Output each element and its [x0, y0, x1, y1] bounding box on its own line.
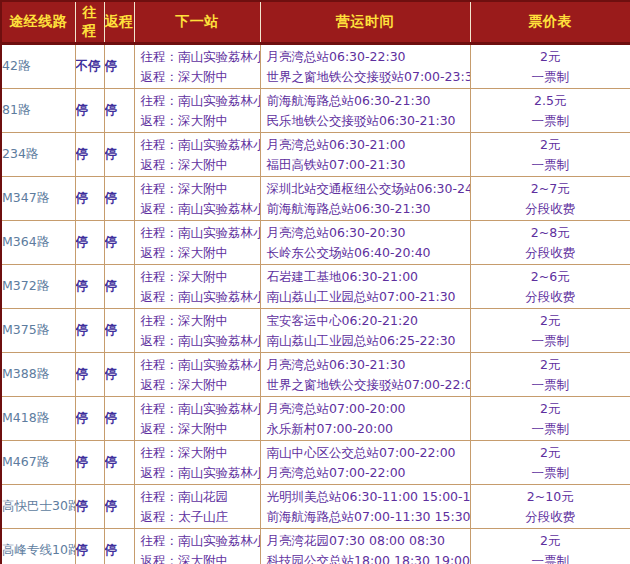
fare-amount: 2元 — [471, 399, 630, 419]
next-stop-return: 返程：南山实验荔林小学 — [135, 287, 260, 307]
operating-hours-cell: 深圳北站交通枢纽公交场站06:30-24:00前海航海路总站06:30-21:3… — [260, 177, 470, 221]
fare-type: 分段收费 — [471, 507, 630, 527]
operating-hours-line-2: 世界之窗地铁公交接驳站07:00-23:30 — [261, 67, 470, 87]
fare-type: 一票制 — [471, 375, 630, 395]
operating-hours-cell: 月亮湾总站06:30-20:30长岭东公交场站06:40-20:40 — [260, 221, 470, 265]
next-stop-outbound: 往程：南山花园 — [135, 487, 260, 507]
next-stop-cell: 往程：南山实验荔林小学返程：深大附中 — [134, 397, 260, 441]
fare-cell: 2元一票制 — [470, 441, 630, 485]
operating-hours-cell: 前海航海路总站06:30-21:30民乐地铁公交接驳站06:30-21:30 — [260, 89, 470, 133]
operating-hours-cell: 月亮湾总站07:00-20:00永乐新村07:00-20:00 — [260, 397, 470, 441]
fare-cell: 2元一票制 — [470, 44, 630, 89]
next-stop-cell: 往程：南山实验荔林小学返程：深大附中 — [134, 353, 260, 397]
fare-cell: 2~10元分段收费 — [470, 485, 630, 529]
fare-type: 一票制 — [471, 331, 630, 351]
fare-cell: 2元一票制 — [470, 309, 630, 353]
fare-amount: 2~10元 — [471, 487, 630, 507]
bus-route-table: 途经线路 往程 返程 下一站 营运时间 票价表 42路不停停往程：南山实验荔林小… — [0, 0, 630, 564]
next-stop-cell: 往程：南山实验荔林小学返程：深大附中 — [134, 89, 260, 133]
fare-amount: 2元 — [471, 355, 630, 375]
next-stop-return: 返程：深大附中 — [135, 551, 260, 564]
operating-hours-line-1: 石岩建工基地06:30-21:00 — [261, 267, 470, 287]
fare-cell: 2元一票制 — [470, 133, 630, 177]
outbound-status: 停 — [75, 529, 104, 564]
route-name: 高峰专线10路 — [1, 529, 75, 564]
table-row: M347路停停往程：深大附中返程：南山实验荔林小学深圳北站交通枢纽公交场站06:… — [1, 177, 630, 221]
operating-hours-line-1: 月亮湾总站06:30-22:30 — [261, 47, 470, 67]
operating-hours-cell: 石岩建工基地06:30-21:00南山荔山工业园总站07:00-21:30 — [260, 265, 470, 309]
next-stop-cell: 往程：南山实验荔林小学返程：深大附中 — [134, 44, 260, 89]
operating-hours-line-2: 前海航海路总站07:00-11:30 15:30-20:00 — [261, 507, 470, 527]
outbound-status: 停 — [75, 265, 104, 309]
return-status: 停 — [104, 44, 134, 89]
fare-amount: 2元 — [471, 311, 630, 331]
route-name: M388路 — [1, 353, 75, 397]
fare-amount: 2元 — [471, 135, 630, 155]
next-stop-outbound: 往程：深大附中 — [135, 311, 260, 331]
fare-cell: 2元一票制 — [470, 397, 630, 441]
outbound-status: 停 — [75, 397, 104, 441]
operating-hours-line-2: 民乐地铁公交接驳站06:30-21:30 — [261, 111, 470, 131]
operating-hours-line-2: 科技园公交总站18:00 18:30 19:00 — [261, 551, 470, 564]
col-header-route: 途经线路 — [1, 1, 75, 44]
return-status: 停 — [104, 529, 134, 564]
operating-hours-cell: 光明圳美总站06:30-11:00 15:00-19:30前海航海路总站07:0… — [260, 485, 470, 529]
next-stop-return: 返程：深大附中 — [135, 243, 260, 263]
next-stop-cell: 往程：南山实验荔林小学返程：深大附中 — [134, 133, 260, 177]
table-row: 234路停停往程：南山实验荔林小学返程：深大附中月亮湾总站06:30-21:00… — [1, 133, 630, 177]
outbound-status: 停 — [75, 177, 104, 221]
operating-hours-line-1: 光明圳美总站06:30-11:00 15:00-19:30 — [261, 487, 470, 507]
route-name: M375路 — [1, 309, 75, 353]
table-row: 高峰专线10路停停往程：南山实验荔林小学返程：深大附中月亮湾花园07:30 08… — [1, 529, 630, 564]
fare-cell: 2元一票制 — [470, 529, 630, 564]
operating-hours-line-1: 深圳北站交通枢纽公交场站06:30-24:00 — [261, 179, 470, 199]
next-stop-outbound: 往程：南山实验荔林小学 — [135, 47, 260, 67]
fare-type: 一票制 — [471, 67, 630, 87]
fare-amount: 2~7元 — [471, 179, 630, 199]
return-status: 停 — [104, 309, 134, 353]
operating-hours-line-1: 月亮湾总站06:30-21:30 — [261, 355, 470, 375]
next-stop-cell: 往程：深大附中返程：南山实验荔林小学 — [134, 177, 260, 221]
table-row: M375路停停往程：深大附中返程：南山实验荔林小学宝安客运中心06:20-21:… — [1, 309, 630, 353]
fare-cell: 2~7元分段收费 — [470, 177, 630, 221]
operating-hours-line-1: 月亮湾总站06:30-21:00 — [261, 135, 470, 155]
route-name: M372路 — [1, 265, 75, 309]
fare-type: 分段收费 — [471, 287, 630, 307]
next-stop-outbound: 往程：南山实验荔林小学 — [135, 223, 260, 243]
next-stop-return: 返程：太子山庄 — [135, 507, 260, 527]
fare-amount: 2元 — [471, 443, 630, 463]
table-row: M364路停停往程：南山实验荔林小学返程：深大附中月亮湾总站06:30-20:3… — [1, 221, 630, 265]
operating-hours-line-1: 南山中心区公交总站07:00-22:00 — [261, 443, 470, 463]
return-status: 停 — [104, 221, 134, 265]
operating-hours-line-1: 月亮湾花园07:30 08:00 08:30 — [261, 531, 470, 551]
operating-hours-line-2: 南山荔山工业园总站07:00-21:30 — [261, 287, 470, 307]
next-stop-outbound: 往程：南山实验荔林小学 — [135, 399, 260, 419]
return-status: 停 — [104, 353, 134, 397]
col-header-operating-hours: 营运时间 — [260, 1, 470, 44]
operating-hours-cell: 宝安客运中心06:20-21:20南山荔山工业园总站06:25-22:30 — [260, 309, 470, 353]
table-row: 42路不停停往程：南山实验荔林小学返程：深大附中月亮湾总站06:30-22:30… — [1, 44, 630, 89]
operating-hours-line-2: 世界之窗地铁公交接驳站07:00-22:00 — [261, 375, 470, 395]
operating-hours-line-1: 前海航海路总站06:30-21:30 — [261, 91, 470, 111]
next-stop-outbound: 往程：南山实验荔林小学 — [135, 531, 260, 551]
next-stop-outbound: 往程：南山实验荔林小学 — [135, 135, 260, 155]
col-header-outbound: 往程 — [75, 1, 104, 44]
table-row: M467路停停往程：深大附中返程：南山实验荔林小学南山中心区公交总站07:00-… — [1, 441, 630, 485]
col-header-fare: 票价表 — [470, 1, 630, 44]
outbound-status: 停 — [75, 485, 104, 529]
col-header-return: 返程 — [104, 1, 134, 44]
next-stop-cell: 往程：南山花园返程：太子山庄 — [134, 485, 260, 529]
fare-type: 一票制 — [471, 111, 630, 131]
operating-hours-line-1: 月亮湾总站06:30-20:30 — [261, 223, 470, 243]
fare-amount: 2.5元 — [471, 91, 630, 111]
table-row: M388路停停往程：南山实验荔林小学返程：深大附中月亮湾总站06:30-21:3… — [1, 353, 630, 397]
route-name: M418路 — [1, 397, 75, 441]
operating-hours-cell: 南山中心区公交总站07:00-22:00月亮湾总站07:00-22:00 — [260, 441, 470, 485]
return-status: 停 — [104, 485, 134, 529]
next-stop-return: 返程：深大附中 — [135, 67, 260, 87]
return-status: 停 — [104, 441, 134, 485]
next-stop-return: 返程：深大附中 — [135, 155, 260, 175]
operating-hours-line-1: 月亮湾总站07:00-20:00 — [261, 399, 470, 419]
next-stop-cell: 往程：深大附中返程：南山实验荔林小学 — [134, 441, 260, 485]
table-row: M418路停停往程：南山实验荔林小学返程：深大附中月亮湾总站07:00-20:0… — [1, 397, 630, 441]
